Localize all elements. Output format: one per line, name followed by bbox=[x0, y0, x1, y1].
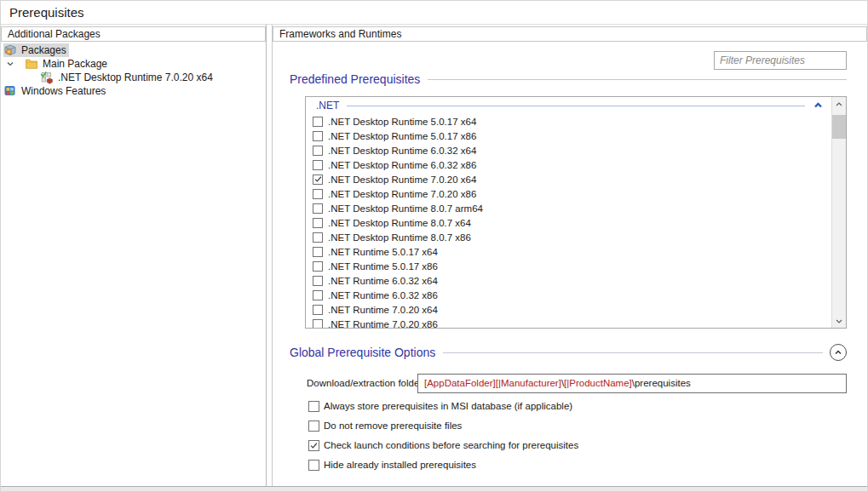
prerequisites-list: .NET .NET Desktop Runtime 5.0.17 x64.NET… bbox=[306, 97, 831, 328]
prerequisites-page: Prerequisites Additional Packages Packag… bbox=[0, 0, 868, 492]
prereq-item-label: .NET Desktop Runtime 6.0.32 x86 bbox=[328, 160, 476, 170]
tree-expander-icon[interactable] bbox=[5, 59, 15, 69]
prereq-checkbox[interactable] bbox=[313, 131, 323, 141]
prereq-checkbox[interactable] bbox=[313, 203, 323, 214]
prereq-checkbox[interactable] bbox=[313, 247, 323, 257]
prereq-item-net-desktop-runtime-5-0-17-x64[interactable]: .NET Desktop Runtime 5.0.17 x64 bbox=[306, 114, 831, 129]
option-check-launch-conditions-before-searching-for-prerequisites[interactable]: Check launch conditions before searching… bbox=[308, 439, 847, 451]
folder-path-segment: \prerequisites bbox=[632, 378, 691, 388]
option-checkbox[interactable] bbox=[308, 420, 319, 432]
net-package-icon bbox=[40, 71, 54, 84]
prereq-item-label: .NET Desktop Runtime 6.0.32 x64 bbox=[328, 146, 476, 156]
prereq-item-net-runtime-6-0-32-x86[interactable]: .NET Runtime 6.0.32 x86 bbox=[306, 288, 831, 302]
prereq-checkbox[interactable] bbox=[313, 146, 323, 156]
tree-item-windows-features[interactable]: Windows Features bbox=[1, 84, 266, 98]
prereq-item-net-runtime-7-0-20-x64[interactable]: .NET Runtime 7.0.20 x64 bbox=[306, 302, 831, 317]
tree-item-content: Packages bbox=[3, 43, 69, 57]
prereq-checkbox[interactable] bbox=[313, 261, 323, 272]
tree-item-label: Packages bbox=[21, 44, 66, 56]
page-title: Prerequisites bbox=[9, 1, 84, 24]
tree-item-label: Main Package bbox=[43, 58, 107, 70]
page-title-bar: Prerequisites bbox=[1, 1, 867, 25]
section-divider-line bbox=[428, 79, 847, 80]
packages-tree: PackagesMain Package.NET Desktop Runtime… bbox=[1, 43, 266, 486]
option-do-not-remove-prerequisite-files[interactable]: Do not remove prerequisite files bbox=[308, 420, 847, 432]
option-checkbox[interactable] bbox=[308, 460, 319, 471]
prerequisites-listbox: .NET .NET Desktop Runtime 5.0.17 x64.NET… bbox=[305, 96, 847, 329]
additional-packages-panel: Additional Packages PackagesMain Package… bbox=[1, 25, 267, 486]
prereq-item-label: .NET Desktop Runtime 8.0.7 x86 bbox=[328, 232, 471, 243]
tree-item-main-package[interactable]: Main Package bbox=[1, 57, 266, 71]
option-label: Check launch conditions before searching… bbox=[324, 440, 578, 450]
net-group-line bbox=[347, 106, 805, 106]
global-options-section: Global Prerequisite Options bbox=[290, 343, 847, 362]
chevron-up-bold-icon bbox=[813, 100, 824, 111]
prereq-checkbox[interactable] bbox=[313, 232, 323, 243]
tree-item-content: Windows Features bbox=[3, 84, 108, 98]
tree-item-content: .NET Desktop Runtime 7.0.20 x64 bbox=[40, 71, 216, 84]
prereq-item-label: .NET Runtime 5.0.17 x64 bbox=[328, 247, 438, 257]
download-folder-input[interactable]: [AppDataFolder][|Manufacturer]\[|Product… bbox=[417, 374, 847, 393]
prereq-item-net-desktop-runtime-5-0-17-x86[interactable]: .NET Desktop Runtime 5.0.17 x86 bbox=[306, 129, 831, 143]
prereq-checkbox[interactable] bbox=[313, 160, 323, 170]
option-checkbox[interactable] bbox=[308, 440, 319, 451]
section-divider-line bbox=[443, 352, 823, 353]
prereq-item-label: .NET Desktop Runtime 7.0.20 x64 bbox=[328, 174, 476, 185]
chevron-up-circle-icon bbox=[833, 347, 843, 358]
window-bottom-edge bbox=[1, 486, 867, 491]
tree-item-packages[interactable]: Packages bbox=[1, 43, 266, 57]
predefined-prerequisites-section: Predefined Prerequisites bbox=[290, 72, 847, 87]
folder-path-segment: [AppDataFolder] bbox=[424, 378, 496, 388]
prereq-item-label: .NET Desktop Runtime 8.0.7 x64 bbox=[328, 218, 471, 228]
prereq-checkbox[interactable] bbox=[313, 117, 323, 127]
prereq-item-label: .NET Runtime 5.0.17 x86 bbox=[328, 261, 438, 272]
filter-prerequisites-input[interactable] bbox=[714, 51, 847, 70]
net-group-header: .NET bbox=[306, 97, 831, 114]
scroll-up-icon[interactable] bbox=[832, 97, 846, 112]
prereq-item-net-desktop-runtime-8-0-7-arm64[interactable]: .NET Desktop Runtime 8.0.7 arm64 bbox=[306, 201, 831, 215]
prereq-item-net-desktop-runtime-6-0-32-x86[interactable]: .NET Desktop Runtime 6.0.32 x86 bbox=[306, 157, 831, 172]
prereq-checkbox[interactable] bbox=[313, 319, 323, 329]
prereq-checkbox[interactable] bbox=[313, 189, 323, 199]
prereq-item-label: .NET Runtime 7.0.20 x64 bbox=[328, 305, 438, 315]
check-icon bbox=[309, 441, 319, 450]
folder-icon bbox=[25, 57, 38, 71]
prereq-item-net-runtime-7-0-20-x86[interactable]: .NET Runtime 7.0.20 x86 bbox=[306, 317, 831, 328]
prereq-checkbox[interactable] bbox=[313, 290, 323, 300]
download-folder-row: Download/extraction folder: [AppDataFold… bbox=[307, 374, 847, 393]
prereq-item-net-desktop-runtime-8-0-7-x86[interactable]: .NET Desktop Runtime 8.0.7 x86 bbox=[306, 230, 831, 244]
scroll-down-icon[interactable] bbox=[832, 313, 846, 328]
global-options-title: Global Prerequisite Options bbox=[290, 346, 435, 359]
prereq-checkbox[interactable] bbox=[313, 218, 323, 228]
option-label: Hide already installed prerequisites bbox=[324, 460, 476, 470]
prereq-item-net-runtime-5-0-17-x86[interactable]: .NET Runtime 5.0.17 x86 bbox=[306, 259, 831, 273]
prereq-checkbox[interactable] bbox=[313, 276, 323, 286]
prereq-item-net-desktop-runtime-8-0-7-x64[interactable]: .NET Desktop Runtime 8.0.7 x64 bbox=[306, 215, 831, 230]
prereq-item-net-desktop-runtime-7-0-20-x64[interactable]: .NET Desktop Runtime 7.0.20 x64 bbox=[306, 172, 831, 186]
frameworks-header: Frameworks and Runtimes bbox=[273, 26, 867, 42]
option-label: Always store prerequisites in MSI databa… bbox=[324, 401, 572, 411]
prereq-item-label: .NET Desktop Runtime 7.0.20 x86 bbox=[328, 189, 476, 199]
scrollbar-thumb[interactable] bbox=[832, 115, 846, 139]
option-always-store-prerequisites-in-msi-database-if-applicable[interactable]: Always store prerequisites in MSI databa… bbox=[308, 400, 847, 412]
list-scrollbar[interactable] bbox=[831, 97, 846, 328]
prereq-checkbox[interactable] bbox=[313, 305, 323, 315]
collapse-global-section-button[interactable] bbox=[830, 344, 847, 361]
option-checkbox[interactable] bbox=[308, 401, 319, 412]
packages-icon bbox=[3, 43, 17, 57]
prereq-item-net-runtime-6-0-32-x64[interactable]: .NET Runtime 6.0.32 x64 bbox=[306, 273, 831, 288]
prereq-item-net-desktop-runtime-7-0-20-x86[interactable]: .NET Desktop Runtime 7.0.20 x86 bbox=[306, 186, 831, 201]
tree-item-net-desktop-runtime-7-0-20-x64[interactable]: .NET Desktop Runtime 7.0.20 x64 bbox=[1, 71, 266, 84]
prereq-item-label: .NET Desktop Runtime 5.0.17 x86 bbox=[328, 131, 476, 141]
tree-item-label: Windows Features bbox=[21, 85, 106, 97]
collapse-net-group-icon[interactable] bbox=[813, 100, 825, 111]
check-icon bbox=[313, 174, 323, 184]
prereq-item-net-runtime-5-0-17-x64[interactable]: .NET Runtime 5.0.17 x64 bbox=[306, 244, 831, 259]
frameworks-panel: Frameworks and Runtimes Predefined Prere… bbox=[272, 25, 867, 486]
option-hide-already-installed-prerequisites[interactable]: Hide already installed prerequisites bbox=[308, 459, 847, 471]
net-group-label: .NET bbox=[316, 100, 339, 112]
prereq-checkbox[interactable] bbox=[313, 174, 323, 185]
chevron-up-small-icon bbox=[834, 100, 844, 110]
prereq-item-net-desktop-runtime-6-0-32-x64[interactable]: .NET Desktop Runtime 6.0.32 x64 bbox=[306, 143, 831, 157]
predefined-prerequisites-title: Predefined Prerequisites bbox=[290, 72, 420, 86]
